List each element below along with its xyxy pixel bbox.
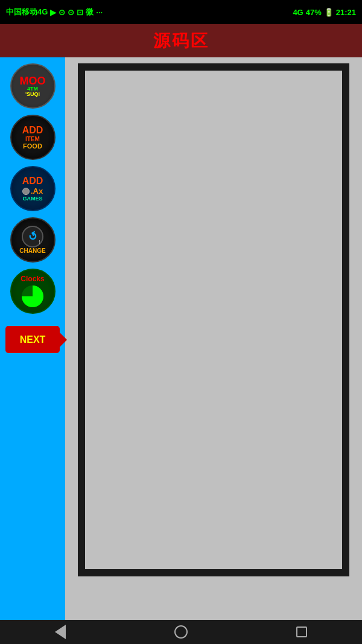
image-icon: ⊡	[77, 8, 83, 17]
more-icon: ···	[96, 8, 103, 17]
add-games-games-text: GAMES	[22, 196, 42, 202]
mod-button[interactable]: MOO 4TM 'SUQI	[10, 63, 56, 109]
sidebar: MOO 4TM 'SUQI ADD ITEM FOOD ADD	[0, 57, 65, 620]
add-games-add-text: ADD	[22, 176, 43, 187]
recents-icon	[296, 626, 307, 637]
main-area: 源码区 MOO 4TM 'SUQI ADD ITEM FOOD	[0, 24, 362, 620]
battery-icon: 🔋	[324, 8, 334, 17]
carrier-text: 中国移动4G	[6, 7, 48, 18]
network-type: 4G	[293, 8, 303, 17]
battery-percent: 47%	[306, 8, 322, 17]
clocks-button[interactable]: Clocks	[10, 269, 56, 314]
add-food-item-text: ITEM	[25, 136, 40, 142]
back-icon	[55, 625, 66, 639]
code-frame	[78, 63, 349, 576]
clocks-label-text: Clocks	[21, 275, 44, 283]
message-icon: ⊙	[68, 8, 74, 17]
bottom-nav	[0, 620, 362, 644]
add-food-food-text: FOOD	[23, 142, 42, 150]
play-icon: ▶	[50, 8, 56, 17]
location-icon: ⊙	[59, 8, 65, 17]
home-icon	[174, 625, 188, 639]
add-food-add-text: ADD	[22, 125, 43, 136]
recents-button[interactable]	[290, 623, 314, 641]
status-right: 4G 47% 🔋 21:21	[293, 8, 356, 17]
next-arrow-icon	[54, 327, 67, 353]
next-label: NEXT	[20, 334, 46, 345]
change-label-text: CHANGE	[19, 247, 45, 254]
home-button[interactable]	[169, 623, 193, 641]
back-button[interactable]	[48, 623, 72, 641]
source-title: 源码区	[153, 30, 209, 53]
status-bar: 中国移动4G ▶ ⊙ ⊙ ⊡ 微 ··· 4G 47% 🔋 21:21	[0, 0, 362, 24]
content-row: MOO 4TM 'SUQI ADD ITEM FOOD ADD	[0, 57, 362, 620]
add-games-button[interactable]: ADD .Ax GAMES	[10, 166, 56, 211]
time: 21:21	[336, 8, 356, 17]
clock-pie-chart	[21, 284, 45, 308]
canvas-area	[65, 57, 362, 620]
next-button[interactable]: NEXT	[5, 326, 60, 353]
add-item-food-button[interactable]: ADD ITEM FOOD	[10, 115, 56, 160]
change-button[interactable]: ↺ ↑ CHANGE	[10, 217, 56, 263]
wechat-icon: 微	[86, 7, 94, 18]
status-left: 中国移动4G ▶ ⊙ ⊙ ⊡ 微 ···	[6, 7, 103, 18]
header-area: 源码区	[0, 24, 362, 57]
